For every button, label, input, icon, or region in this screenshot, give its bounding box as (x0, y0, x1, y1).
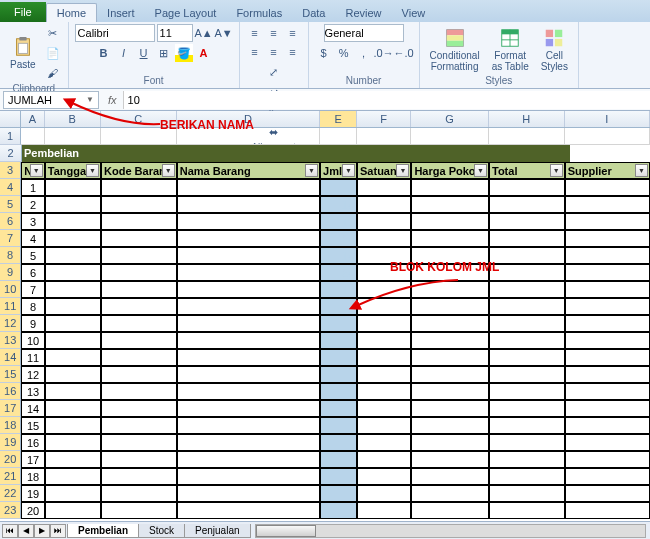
cell[interactable] (101, 281, 177, 298)
row-header[interactable]: 5 (0, 196, 21, 213)
cell[interactable] (411, 315, 489, 332)
cell[interactable] (357, 179, 411, 196)
cell[interactable] (101, 366, 177, 383)
cell-styles-button[interactable]: Cell Styles (537, 25, 572, 74)
cell[interactable] (101, 332, 177, 349)
cell-jml[interactable] (320, 468, 357, 485)
cell[interactable] (565, 179, 650, 196)
cell[interactable] (357, 213, 411, 230)
cell[interactable] (489, 502, 565, 519)
align-top-button[interactable]: ≡ (246, 24, 264, 42)
cell[interactable] (565, 451, 650, 468)
col-header-c[interactable]: C (101, 111, 177, 127)
cell[interactable] (101, 315, 177, 332)
cell[interactable] (45, 230, 101, 247)
cell[interactable] (177, 332, 320, 349)
cell[interactable] (411, 196, 489, 213)
border-button[interactable]: ⊞ (155, 44, 173, 62)
row-header[interactable]: 7 (0, 230, 21, 247)
cell-no[interactable]: 4 (21, 230, 44, 247)
cell[interactable] (101, 434, 177, 451)
cell[interactable] (45, 281, 101, 298)
sheet-nav-first[interactable]: ⏮ (2, 524, 18, 538)
cell[interactable] (101, 400, 177, 417)
row-header[interactable]: 16 (0, 383, 21, 400)
cell[interactable] (177, 230, 320, 247)
cell-jml[interactable] (320, 417, 357, 434)
cell[interactable] (177, 502, 320, 519)
cell[interactable] (411, 468, 489, 485)
cell[interactable] (489, 315, 565, 332)
cell[interactable] (489, 247, 565, 264)
cell[interactable] (177, 383, 320, 400)
row-header[interactable]: 22 (0, 485, 21, 502)
cell[interactable] (565, 128, 650, 145)
cell[interactable] (411, 128, 489, 145)
cell[interactable] (177, 196, 320, 213)
tab-page-layout[interactable]: Page Layout (145, 4, 227, 22)
cell-jml[interactable]: 15 (320, 213, 357, 230)
cell[interactable] (489, 383, 565, 400)
cell[interactable] (101, 468, 177, 485)
cell[interactable] (45, 213, 101, 230)
cell[interactable] (357, 332, 411, 349)
cell[interactable] (101, 502, 177, 519)
col-header-h[interactable]: H (489, 111, 565, 127)
tab-insert[interactable]: Insert (97, 4, 145, 22)
decrease-decimal-button[interactable]: ←.0 (395, 44, 413, 62)
sheet-tab-stock[interactable]: Stock (138, 524, 185, 538)
name-box[interactable]: JUMLAH ▼ (3, 91, 99, 109)
cell[interactable] (357, 485, 411, 502)
cell[interactable] (565, 196, 650, 213)
cell[interactable] (357, 366, 411, 383)
cell[interactable] (565, 485, 650, 502)
row-header[interactable]: 10 (0, 281, 21, 298)
cell[interactable] (565, 281, 650, 298)
cell[interactable] (411, 349, 489, 366)
row-header[interactable]: 2 (0, 145, 22, 162)
cell[interactable] (177, 485, 320, 502)
cell[interactable] (489, 417, 565, 434)
row-header[interactable]: 23 (0, 502, 21, 519)
cell-no[interactable]: 15 (21, 417, 44, 434)
row-header[interactable]: 19 (0, 434, 21, 451)
row-header[interactable]: 21 (0, 468, 21, 485)
cell[interactable] (45, 468, 101, 485)
cell[interactable] (177, 281, 320, 298)
cell-no[interactable]: 7 (21, 281, 44, 298)
cell[interactable] (177, 247, 320, 264)
cell[interactable] (357, 128, 411, 145)
col-header-b[interactable]: B (45, 111, 101, 127)
cell[interactable] (45, 349, 101, 366)
cell[interactable] (489, 468, 565, 485)
cell[interactable] (101, 298, 177, 315)
cell[interactable] (177, 213, 320, 230)
cell[interactable] (411, 298, 489, 315)
italic-button[interactable]: I (115, 44, 133, 62)
cell[interactable] (489, 281, 565, 298)
cell[interactable] (177, 451, 320, 468)
cell[interactable] (357, 230, 411, 247)
cell[interactable] (101, 230, 177, 247)
cell-jml[interactable] (320, 332, 357, 349)
cell[interactable] (45, 315, 101, 332)
row-header[interactable]: 17 (0, 400, 21, 417)
cell[interactable] (101, 196, 177, 213)
cell-jml[interactable] (320, 383, 357, 400)
cell[interactable] (489, 332, 565, 349)
cell[interactable] (357, 468, 411, 485)
cell[interactable] (489, 298, 565, 315)
table-header-cell[interactable]: Supplier▼ (565, 162, 650, 179)
cell-no[interactable]: 5 (21, 247, 44, 264)
cell-no[interactable]: 10 (21, 332, 44, 349)
cell-jml[interactable]: 10 (320, 247, 357, 264)
fx-icon[interactable]: fx (102, 94, 123, 106)
row-header[interactable]: 12 (0, 315, 21, 332)
tab-data[interactable]: Data (292, 4, 335, 22)
cell-no[interactable]: 9 (21, 315, 44, 332)
cell-jml[interactable] (320, 366, 357, 383)
cell-no[interactable]: 3 (21, 213, 44, 230)
title-cell[interactable]: Pembelian (22, 145, 570, 162)
cell[interactable] (489, 264, 565, 281)
cell[interactable] (489, 179, 565, 196)
